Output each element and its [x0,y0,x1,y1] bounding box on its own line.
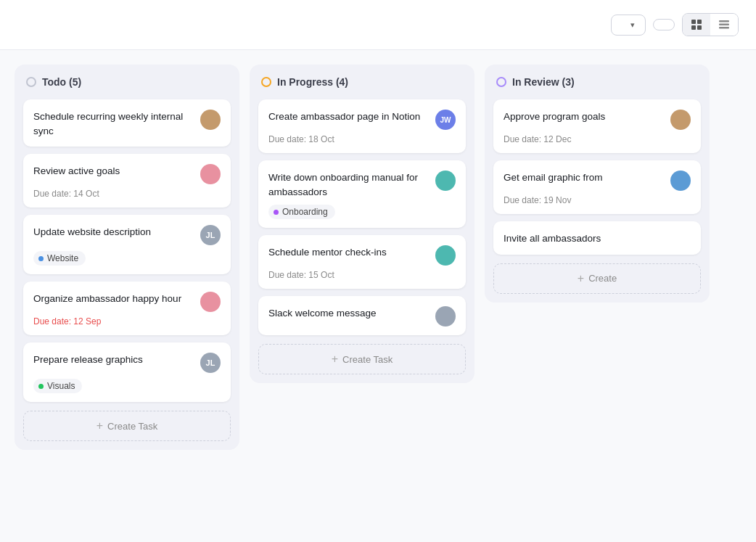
tag-label: Website [47,253,78,263]
card-top: Invite all ambassadors [504,231,691,246]
tag-label: Visuals [47,381,75,391]
avatar: JL [200,353,221,373]
card-top: Get email graphic from [504,171,691,191]
card-top: Prepare release graphics JL [33,353,221,373]
column-status-dot [496,77,506,87]
card-top: Schedule recurring weekly internal sync [33,110,221,138]
card-top: Approve program goals [504,110,691,130]
grid-view-button[interactable] [683,14,710,36]
card-title: Schedule recurring weekly internal sync [33,110,194,138]
card-title: Get email graphic from [504,171,665,185]
svg-rect-6 [719,27,729,29]
create-task-button-inprogress[interactable]: + Create Task [258,344,466,374]
filter-tags-button[interactable] [653,19,675,30]
list-view-button[interactable] [710,14,738,36]
column-status-dot [26,77,36,87]
chevron-down-icon: ▾ [630,20,635,30]
due-date: Due date: 18 Oct [268,134,456,144]
tag-dot-icon [38,256,44,261]
board: Todo (5) Schedule recurring weekly inter… [0,50,756,464]
task-card[interactable]: Prepare release graphics JL Visuals [23,342,231,402]
svg-rect-1 [697,20,702,24]
tag-badge: Visuals [33,379,82,393]
column-status-dot [261,77,271,87]
tag-label: Onboarding [282,207,328,217]
tag-dot-icon [38,384,44,389]
card-top: Review active goals [33,164,221,184]
column-title-inreview: In Review (3) [512,76,575,88]
avatar: JL [200,225,221,245]
task-card[interactable]: Get email graphic from Due date: 19 Nov [493,160,701,214]
create-task-label: Create Task [342,354,393,365]
tag-list: Website [33,251,221,266]
task-card[interactable]: Schedule recurring weekly internal sync [23,99,231,147]
svg-rect-5 [719,24,729,26]
tag-list: Visuals [33,379,221,393]
plus-icon: + [578,272,584,285]
card-title: Approve program goals [504,110,665,124]
column-header-todo: Todo (5) [23,75,231,92]
create-task-button-inreview[interactable]: + Create [493,263,701,294]
task-card[interactable]: Organize ambassador happy hour Due date:… [23,282,231,335]
avatar [200,164,221,184]
task-card[interactable]: Schedule mentor check-ins Due date: 15 O… [258,235,466,289]
card-top: Write down onboarding manual for ambassa… [268,171,456,199]
card-title: Invite all ambassadors [504,231,691,246]
tag-badge: Onboarding [268,205,335,219]
tag-badge: Website [33,251,86,266]
task-card[interactable]: Update website description JL Website [23,215,231,274]
card-title: Slack welcome message [268,306,430,321]
header-controls: ▾ [611,13,739,36]
card-title: Create ambassador page in Notion [268,110,430,124]
avatar [435,306,456,327]
task-card[interactable]: Approve program goals Due date: 12 Dec [493,99,701,153]
column-title-inprogress: In Progress (4) [277,76,348,88]
app-container: ▾ [0,0,756,464]
avatar [670,110,691,130]
column-header-inreview: In Review (3) [493,75,701,92]
avatar [200,292,221,312]
plus-icon: + [332,353,338,366]
card-top: Schedule mentor check-ins [268,245,456,266]
task-card[interactable]: Invite all ambassadors [493,221,701,255]
task-card[interactable]: Write down onboarding manual for ambassa… [258,160,466,228]
due-date: Due date: 14 Oct [33,189,221,199]
header: ▾ [0,0,756,50]
create-task-label: Create Task [107,421,157,432]
column-header-inprogress: In Progress (4) [258,75,466,92]
grid-view-icon [691,19,702,30]
view-toggle [682,13,739,36]
card-title: Review active goals [33,164,194,178]
task-card[interactable]: Review active goals Due date: 14 Oct [23,154,231,208]
card-title: Write down onboarding manual for ambassa… [268,171,430,199]
card-title: Update website description [33,225,194,239]
card-top: Create ambassador page in Notion JW [268,110,456,130]
card-top: Organize ambassador happy hour [33,292,221,312]
plus-icon: + [96,419,103,432]
tag-list: Onboarding [268,205,456,219]
due-date: Due date: 12 Sep [33,316,221,327]
list-view-icon [718,19,730,30]
column-inreview: In Review (3) Approve program goals Due … [485,65,710,303]
avatar [435,245,456,266]
card-title: Organize ambassador happy hour [33,292,194,306]
task-card[interactable]: Slack welcome message [258,296,466,335]
svg-rect-0 [691,20,696,24]
svg-rect-2 [691,25,696,30]
assigned-filter-button[interactable]: ▾ [611,15,646,36]
avatar [200,110,221,130]
due-date: Due date: 12 Dec [504,134,691,144]
column-inprogress: In Progress (4) Create ambassador page i… [250,65,474,383]
create-task-button-todo[interactable]: + Create Task [23,411,231,441]
due-date: Due date: 19 Nov [504,195,691,205]
column-todo: Todo (5) Schedule recurring weekly inter… [15,65,239,450]
card-top: Update website description JL [33,225,221,245]
create-task-label: Create [588,273,617,284]
avatar [670,171,691,191]
task-card[interactable]: Create ambassador page in Notion JW Due … [258,99,466,153]
svg-rect-4 [719,20,729,22]
column-title-todo: Todo (5) [42,76,81,88]
due-date: Due date: 15 Oct [268,270,456,280]
card-top: Slack welcome message [268,306,456,327]
svg-rect-3 [697,25,702,30]
